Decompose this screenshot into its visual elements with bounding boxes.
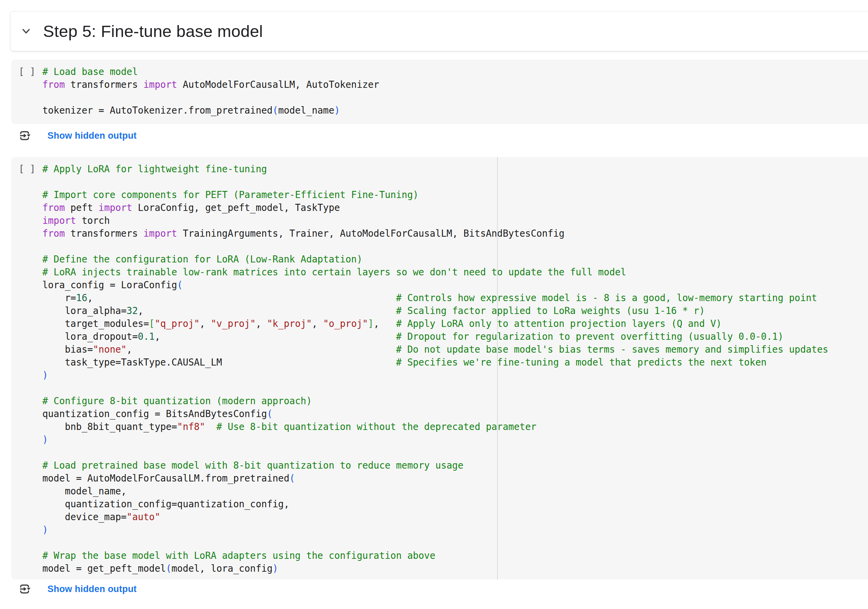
- column-ruler: [497, 157, 498, 580]
- code-line: [42, 175, 868, 188]
- chevron-down-icon[interactable]: [22, 27, 31, 35]
- code-line: # Load pretrained base model with 8-bit …: [42, 459, 868, 472]
- code-line: ): [42, 523, 868, 536]
- code-line: bnb_8bit_quant_type="nf8" # Use 8-bit qu…: [42, 420, 868, 433]
- code-line: model = AutoModelForCausalLM.from_pretra…: [42, 472, 868, 485]
- code-line: [42, 381, 868, 394]
- code-line: [42, 536, 868, 549]
- code-line: import torch: [42, 214, 868, 227]
- code-line: lora_config = LoraConfig(: [42, 278, 868, 291]
- notebook-page: Step 5: Fine-tune base model [ ] # Load …: [0, 0, 868, 609]
- section-title: Step 5: Fine-tune base model: [43, 22, 263, 41]
- run-cell-button[interactable]: [ ]: [19, 163, 36, 175]
- code-line: task_type=TaskType.CAUSAL_LM # Specifies…: [42, 356, 868, 369]
- code-editor[interactable]: # Apply LoRA for lightweight fine-tuning…: [11, 157, 868, 575]
- code-line: tokenizer = AutoTokenizer.from_pretraine…: [42, 104, 868, 117]
- code-line: # Define the configuration for LoRA (Low…: [42, 253, 868, 265]
- show-output-icon: [19, 130, 31, 141]
- code-line: # Load base model: [42, 65, 868, 78]
- code-line: device_map="auto": [42, 510, 868, 523]
- code-line: [42, 91, 868, 104]
- code-line: # LoRA injects trainable low-rank matric…: [42, 265, 868, 278]
- code-line: # Configure 8-bit quantization (modern a…: [42, 394, 868, 407]
- code-line: [42, 446, 868, 459]
- code-line: model = get_peft_model(model, lora_confi…: [42, 562, 868, 575]
- code-line: [42, 240, 868, 253]
- code-editor[interactable]: # Load base modelfrom transformers impor…: [11, 60, 868, 117]
- show-output-icon: [19, 583, 31, 595]
- code-line: quantization_config = BitsAndBytesConfig…: [42, 407, 868, 420]
- code-line: quantization_config=quantization_config,: [42, 497, 868, 510]
- code-line: # Wrap the base model with LoRA adapters…: [42, 549, 868, 562]
- run-cell-button[interactable]: [ ]: [19, 65, 36, 78]
- code-line: lora_dropout=0.1, # Dropout for regulari…: [42, 330, 868, 343]
- code-line: r=16, # Controls how expressive model is…: [42, 291, 868, 304]
- code-line: from peft import LoraConfig, get_peft_mo…: [42, 201, 868, 214]
- code-line: model_name,: [42, 485, 868, 497]
- code-line: # Import core components for PEFT (Param…: [42, 188, 868, 201]
- code-line: target_modules=["q_proj", "v_proj", "k_p…: [42, 317, 868, 330]
- code-line: bias="none", # Do not update base model'…: [42, 343, 868, 356]
- code-line: from transformers import TrainingArgumen…: [42, 227, 868, 240]
- show-hidden-output-button[interactable]: Show hidden output: [19, 583, 136, 595]
- code-cell[interactable]: [ ] # Apply LoRA for lightweight fine-tu…: [11, 157, 868, 580]
- code-line: ): [42, 433, 868, 446]
- code-line: # Apply LoRA for lightweight fine-tuning: [42, 163, 868, 175]
- code-line: from transformers import AutoModelForCau…: [42, 78, 868, 91]
- code-line: ): [42, 369, 868, 381]
- show-hidden-output-label: Show hidden output: [48, 130, 136, 141]
- code-line: lora_alpha=32, # Scaling factor applied …: [42, 304, 868, 317]
- show-hidden-output-label: Show hidden output: [48, 584, 136, 594]
- show-hidden-output-button[interactable]: Show hidden output: [19, 130, 136, 142]
- section-header[interactable]: Step 5: Fine-tune base model: [10, 11, 868, 51]
- code-cell[interactable]: [ ] # Load base modelfrom transformers i…: [11, 60, 868, 124]
